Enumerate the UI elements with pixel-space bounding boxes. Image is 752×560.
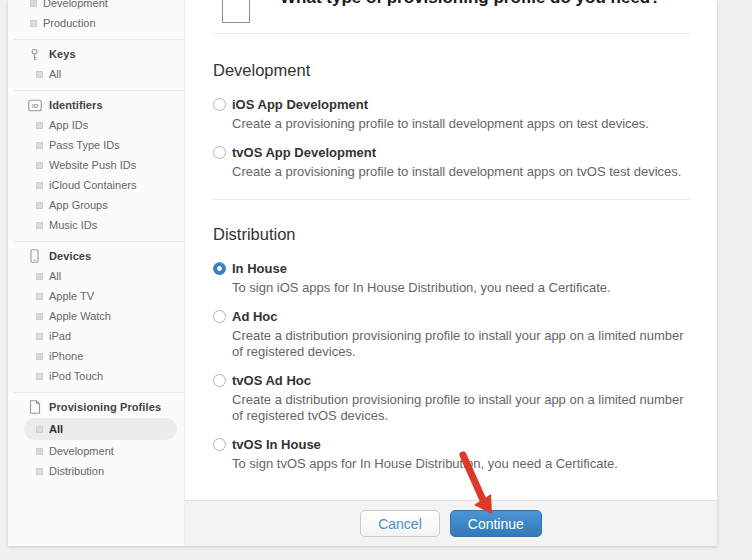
option-tvos-app-development[interactable]: tvOS App Development Create a provisioni…: [213, 145, 690, 180]
divider: [213, 199, 690, 200]
option-label: In House: [232, 261, 611, 276]
sidebar-header-label: Provisioning Profiles: [49, 401, 161, 413]
sidebar-item-label: Apple TV: [49, 290, 94, 302]
option-tvos-in-house[interactable]: tvOS In House To sign tvOS apps for In H…: [213, 437, 690, 472]
bullet-icon: [36, 202, 43, 209]
bullet-icon: [36, 426, 43, 433]
sidebar-item-music-ids[interactable]: Music IDs: [14, 215, 184, 235]
sidebar-item-label: Music IDs: [49, 219, 97, 231]
sidebar-item-apple-watch[interactable]: Apple Watch: [14, 306, 184, 326]
device-icon: [27, 249, 42, 264]
continue-button[interactable]: Continue: [450, 510, 542, 537]
key-icon: [27, 47, 42, 62]
radio-button-selected[interactable]: [213, 262, 226, 275]
radio-button[interactable]: [213, 438, 226, 451]
sidebar-item-app-ids[interactable]: App IDs: [14, 115, 184, 135]
option-tvos-ad-hoc[interactable]: tvOS Ad Hoc Create a distribution provis…: [213, 373, 690, 424]
cancel-button[interactable]: Cancel: [360, 510, 440, 537]
bullet-icon: [36, 468, 43, 475]
sidebar-header-label: Identifiers: [49, 99, 103, 111]
main-content: What type of provisioning profile do you…: [185, 0, 717, 500]
sidebar-item-label: Distribution: [49, 465, 104, 477]
sidebar-section-provisioning-profiles: Provisioning Profiles All Development Di…: [14, 392, 184, 487]
sidebar-header-keys: Keys: [14, 44, 184, 64]
sidebar-item-app-groups[interactable]: App Groups: [14, 195, 184, 215]
radio-button[interactable]: [213, 310, 226, 323]
sidebar-item-ipod-touch[interactable]: iPod Touch: [14, 366, 184, 386]
sidebar-item-label: App IDs: [49, 119, 88, 131]
bullet-icon: [30, 20, 37, 27]
radio-button[interactable]: [213, 146, 226, 159]
sidebar-header-devices: Devices: [14, 246, 184, 266]
bullet-icon: [36, 142, 43, 149]
option-description: To sign tvOS apps for In House Distribut…: [232, 456, 618, 472]
bullet-icon: [36, 71, 43, 78]
bullet-icon: [36, 293, 43, 300]
option-description: Create a provisioning profile to install…: [232, 164, 681, 180]
provisioning-profile-page: Development Production Keys All: [0, 0, 752, 560]
sidebar-item-label: iPod Touch: [49, 370, 103, 382]
footer-bar: Cancel Continue: [185, 500, 717, 546]
option-ios-app-development[interactable]: iOS App Development Create a provisionin…: [213, 97, 690, 132]
sidebar-section-keys: Keys All: [14, 39, 184, 90]
sidebar-item-label: All: [49, 423, 63, 435]
bullet-icon: [36, 273, 43, 280]
page-title: What type of provisioning profile do you…: [280, 0, 661, 23]
content-card: Development Production Keys All: [8, 0, 717, 546]
sidebar-section-identifiers: ID Identifiers App IDs Pass Type IDs Web…: [14, 90, 184, 241]
main-panel: What type of provisioning profile do you…: [185, 0, 717, 546]
sidebar-item-pass-type-ids[interactable]: Pass Type IDs: [14, 135, 184, 155]
option-text: tvOS App Development Create a provisioni…: [232, 145, 681, 180]
sidebar-item-label: Development: [49, 445, 114, 457]
section-heading-development: Development: [213, 61, 690, 80]
option-description: Create a provisioning profile to install…: [232, 116, 649, 132]
bullet-icon: [36, 448, 43, 455]
sidebar-item-apple-tv[interactable]: Apple TV: [14, 286, 184, 306]
sidebar-item-icloud-containers[interactable]: iCloud Containers: [14, 175, 184, 195]
sidebar-item-label: Website Push IDs: [49, 159, 136, 171]
sidebar-item-devices-all[interactable]: All: [14, 266, 184, 286]
radio-button[interactable]: [213, 374, 226, 387]
sidebar-item-label: Pass Type IDs: [49, 139, 120, 151]
sidebar-header-provisioning-profiles: Provisioning Profiles: [14, 397, 184, 417]
sidebar-header-label: Devices: [49, 250, 91, 262]
title-row: What type of provisioning profile do you…: [213, 0, 690, 23]
divider: [213, 33, 690, 34]
sidebar-header-identifiers: ID Identifiers: [14, 95, 184, 115]
id-badge-icon: ID: [27, 98, 42, 113]
bullet-icon: [36, 313, 43, 320]
option-text: iOS App Development Create a provisionin…: [232, 97, 649, 132]
svg-text:ID: ID: [31, 103, 38, 109]
option-text: Ad Hoc Create a distribution provisionin…: [232, 309, 690, 360]
sidebar-item-certificates-production[interactable]: Production: [8, 13, 184, 33]
sidebar-item-keys-all[interactable]: All: [14, 64, 184, 84]
radio-button[interactable]: [213, 98, 226, 111]
bullet-icon: [36, 162, 43, 169]
sidebar-item-profiles-development[interactable]: Development: [14, 441, 184, 461]
option-ad-hoc[interactable]: Ad Hoc Create a distribution provisionin…: [213, 309, 690, 360]
sidebar-section-devices: Devices All Apple TV Apple Watch iPad: [14, 241, 184, 392]
option-label: tvOS Ad Hoc: [232, 373, 690, 388]
document-icon: [27, 400, 42, 415]
sidebar-item-label: iPad: [49, 330, 71, 342]
option-in-house[interactable]: In House To sign iOS apps for In House D…: [213, 261, 690, 296]
bullet-icon: [36, 353, 43, 360]
bullet-icon: [30, 0, 37, 7]
sidebar-item-ipad[interactable]: iPad: [14, 326, 184, 346]
sidebar: Development Production Keys All: [8, 0, 185, 546]
sidebar-item-label: Production: [43, 17, 96, 29]
sidebar-item-profiles-distribution[interactable]: Distribution: [14, 461, 184, 481]
option-label: Ad Hoc: [232, 309, 690, 324]
option-label: tvOS In House: [232, 437, 618, 452]
sidebar-item-certificates-development[interactable]: Development: [8, 0, 184, 13]
section-heading-distribution: Distribution: [213, 225, 690, 244]
sidebar-item-profiles-all[interactable]: All: [24, 418, 177, 440]
bullet-icon: [36, 373, 43, 380]
sidebar-item-label: All: [49, 68, 61, 80]
sidebar-section-certificates: Development Production: [8, 0, 184, 39]
bullet-icon: [36, 222, 43, 229]
sidebar-item-iphone[interactable]: iPhone: [14, 346, 184, 366]
sidebar-item-label: iCloud Containers: [49, 179, 136, 191]
option-text: tvOS Ad Hoc Create a distribution provis…: [232, 373, 690, 424]
sidebar-item-website-push-ids[interactable]: Website Push IDs: [14, 155, 184, 175]
